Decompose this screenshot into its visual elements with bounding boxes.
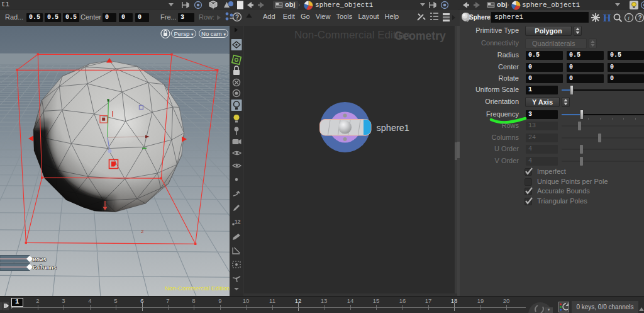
svg-text:Rows: Rows	[33, 257, 47, 263]
svg-text:?: ?	[638, 14, 642, 21]
svg-text:Columns: Columns	[33, 265, 57, 271]
svg-text:sphere1: sphere1	[377, 123, 409, 133]
svg-text:Non-Commercial Edition: Non-Commercial Edition	[294, 29, 410, 41]
svg-text:H: H	[603, 13, 611, 23]
svg-text:2: 2	[141, 229, 144, 234]
svg-text:?: ?	[235, 14, 239, 21]
svg-text:i: i	[628, 14, 630, 21]
svg-text:12: 12	[235, 219, 241, 225]
svg-text:Non-Commercial Edition: Non-Commercial Edition	[165, 285, 230, 292]
